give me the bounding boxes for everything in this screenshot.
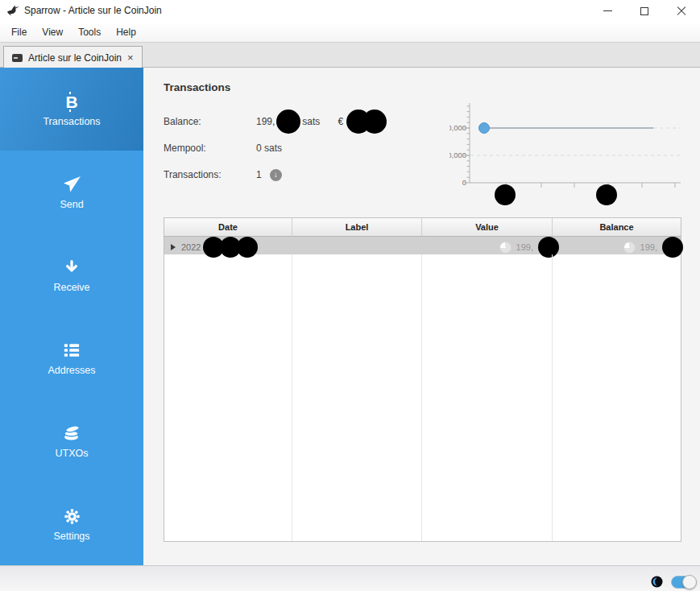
minimize-button[interactable]	[589, 0, 626, 22]
main-content: Transactions Balance: 199, sats € Mempoo…	[143, 68, 700, 565]
table-row[interactable]: 2022 199, 199,	[164, 237, 681, 254]
menu-bar: File View Tools Help	[0, 22, 700, 42]
maximize-button[interactable]	[626, 0, 663, 22]
txcount-label: Transactions:	[164, 169, 256, 180]
sidebar-item-receive[interactable]: Receive	[0, 234, 143, 316]
balance-label: Balance:	[164, 116, 256, 127]
toggle-knob[interactable]	[682, 575, 697, 589]
tab-bar: Article sur le CoinJoin ×	[0, 42, 700, 68]
table-header: Date Label Value Balance	[164, 218, 681, 237]
paper-plane-icon	[62, 174, 81, 195]
app-window: Sparrow - Article sur le CoinJoin File V…	[0, 0, 700, 591]
status-bar	[0, 565, 700, 591]
tab-label: Article sur le CoinJoin	[28, 52, 122, 64]
txcount-row: Transactions: 1 ↓	[164, 167, 282, 183]
list-icon	[63, 340, 81, 361]
balance-value: 199,	[256, 116, 275, 127]
fiat-currency-symbol: €	[338, 116, 343, 127]
window-title: Sparrow - Article sur le CoinJoin	[24, 5, 162, 16]
balance-row: Balance: 199, sats €	[164, 114, 387, 130]
expand-arrow-icon[interactable]	[171, 244, 176, 250]
label-column-area	[292, 254, 422, 541]
sparrow-logo-icon	[6, 4, 20, 18]
column-header-value[interactable]: Value	[422, 218, 553, 237]
balance-text: 199,	[640, 242, 657, 252]
mempool-row: Mempool: 0 sats	[164, 140, 282, 156]
maximize-icon	[640, 7, 648, 15]
minimize-icon	[603, 10, 612, 11]
arrow-down-icon	[63, 257, 81, 278]
close-button[interactable]	[663, 0, 700, 22]
sidebar-item-addresses[interactable]: Addresses	[0, 316, 143, 399]
title-bar: Sparrow - Article sur le CoinJoin	[0, 0, 700, 22]
tab-close-icon[interactable]: ×	[127, 54, 134, 62]
redaction-dot	[276, 110, 300, 134]
ytick-100000: 100,000	[449, 151, 466, 159]
redaction-dot	[596, 184, 617, 205]
data-point-marker	[479, 123, 490, 134]
date-column-area	[164, 254, 292, 541]
column-header-label[interactable]: Label	[292, 218, 422, 237]
ytick-200000: 200,000	[449, 123, 466, 132]
menu-help[interactable]: Help	[116, 23, 136, 41]
sidebar-item-utxos[interactable]: UTXOs	[0, 399, 143, 482]
export-download-icon[interactable]: ↓	[270, 169, 282, 181]
confirmation-pie-icon	[623, 242, 636, 254]
column-header-balance[interactable]: Balance	[553, 218, 681, 237]
close-icon	[677, 6, 686, 16]
gear-icon	[64, 506, 81, 527]
txcount-value: 1	[256, 169, 262, 180]
balance-chart: 200,000 100,000 0	[449, 97, 693, 200]
value-text: 199,	[516, 242, 533, 252]
server-connection-toggle[interactable]	[671, 576, 696, 589]
redaction-dot	[495, 184, 516, 205]
table-body-empty	[164, 254, 681, 541]
menu-file[interactable]: File	[11, 23, 27, 41]
sidebar: B Transactions Send Receive	[0, 68, 143, 565]
menu-tools[interactable]: Tools	[78, 23, 101, 41]
balance-column-area	[553, 254, 681, 541]
coins-icon	[62, 423, 81, 444]
value-column-area	[422, 254, 553, 541]
redaction-dot	[346, 110, 371, 134]
wallet-icon	[12, 54, 23, 62]
page-title: Transactions	[164, 81, 230, 93]
sidebar-item-send[interactable]: Send	[0, 151, 143, 234]
bitcoin-icon: B	[65, 91, 77, 112]
tab-wallet[interactable]: Article sur le CoinJoin ×	[3, 46, 143, 68]
sidebar-item-transactions[interactable]: B Transactions	[0, 68, 143, 151]
privacy-crescent-icon[interactable]	[651, 576, 663, 588]
column-header-date[interactable]: Date	[164, 218, 292, 237]
mempool-value: 0 sats	[256, 143, 282, 154]
confirmation-pie-icon	[499, 242, 512, 254]
transactions-table: Date Label Value Balance 2022 199,	[164, 217, 681, 542]
menu-view[interactable]: View	[42, 23, 63, 41]
sidebar-item-settings[interactable]: Settings	[0, 482, 143, 565]
date-text: 2022	[181, 242, 201, 252]
mempool-label: Mempool:	[164, 143, 256, 154]
balance-unit: sats	[302, 116, 320, 127]
